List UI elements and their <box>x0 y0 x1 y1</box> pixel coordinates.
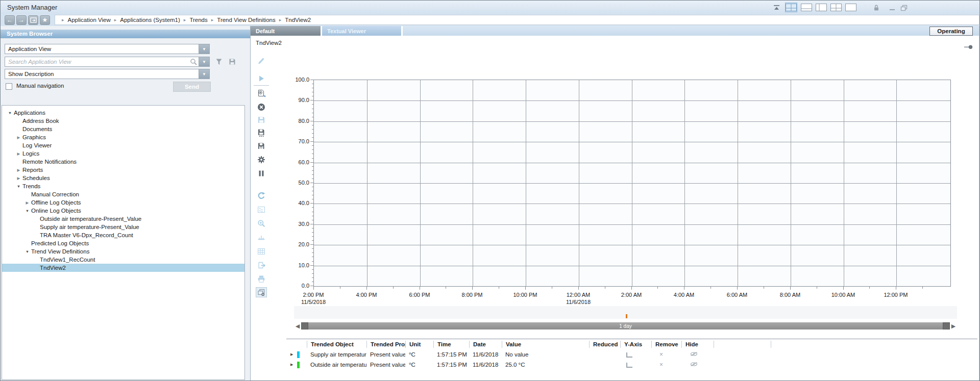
manual-navigation-checkbox[interactable] <box>6 83 12 90</box>
back-button[interactable]: ← <box>5 15 15 25</box>
save-icon[interactable] <box>228 58 236 68</box>
axis-scale-icon[interactable] <box>256 232 267 242</box>
hide-eye-icon[interactable] <box>690 352 698 358</box>
expand-icon[interactable]: ▶ <box>290 352 293 357</box>
play-icon[interactable] <box>256 73 267 84</box>
breadcrumb-item[interactable]: Trends <box>189 17 207 23</box>
add-log-icon[interactable] <box>256 88 267 98</box>
cancel-icon[interactable] <box>256 102 267 112</box>
chevron-down-icon[interactable]: ▼ <box>199 44 209 54</box>
row-expander[interactable]: ▶ <box>286 349 307 360</box>
tree-item[interactable]: Manual Correction <box>2 190 244 198</box>
column-header-trended-object[interactable]: Trended Object <box>307 341 366 348</box>
tree-collapse-icon[interactable]: ▼ <box>23 209 31 213</box>
print-icon[interactable] <box>256 274 267 284</box>
tree-item[interactable]: TndView2 <box>2 264 244 272</box>
forward-button[interactable]: → <box>16 15 27 25</box>
trend-chart-icon[interactable] <box>256 205 267 215</box>
copy-settings-icon[interactable] <box>256 287 267 297</box>
tree-item[interactable]: Log Viewer <box>2 141 244 149</box>
layout-quad-selected-icon[interactable] <box>785 3 797 12</box>
column-header-unit[interactable]: Unit <box>405 341 433 348</box>
pin-icon[interactable] <box>964 42 973 52</box>
tree-item[interactable]: Outside air temperature-Present_Value <box>2 215 244 223</box>
scroll-right-icon[interactable]: ▶ <box>950 323 957 329</box>
tree-collapse-icon[interactable]: ▼ <box>23 249 31 254</box>
tree-item[interactable]: ▼Online Log Objects <box>2 207 244 215</box>
remove-icon[interactable]: × <box>659 361 663 368</box>
tree-item[interactable]: Address Book <box>2 117 244 125</box>
tree-item[interactable]: TRA Master V6-Dpx_Record_Count <box>2 231 244 239</box>
pause-icon[interactable] <box>256 168 267 179</box>
y-axis-icon[interactable] <box>626 363 632 368</box>
tree-item[interactable]: ▼Applications <box>2 109 244 117</box>
chevron-down-icon[interactable]: ▼ <box>199 57 209 66</box>
column-header-hide[interactable]: Hide <box>681 341 714 348</box>
save-as-icon[interactable] <box>256 128 267 138</box>
recent-button[interactable] <box>28 15 38 25</box>
save-icon[interactable] <box>256 115 267 125</box>
chevron-down-icon[interactable]: ▼ <box>199 69 209 79</box>
tree-item[interactable]: TndView1_RecCount <box>2 256 244 264</box>
expand-icon[interactable]: ▶ <box>290 363 293 367</box>
search-input[interactable] <box>5 57 190 66</box>
breadcrumb-item[interactable]: Applications (System1) <box>120 17 180 23</box>
table-row[interactable]: ▶Outside air temperaturePresent value°C1… <box>286 360 977 370</box>
tab-default[interactable]: Default <box>251 26 321 36</box>
tab-textual-viewer[interactable]: Textual Viewer <box>322 26 401 36</box>
column-header-y-axis[interactable]: Y-Axis <box>620 341 651 348</box>
time-range-strip[interactable] <box>294 306 957 319</box>
tree-expand-icon[interactable]: ▶ <box>15 168 22 172</box>
column-header-reduced[interactable]: Reduced <box>589 341 620 348</box>
column-header-time[interactable]: Time <box>433 341 469 348</box>
refresh-icon[interactable] <box>256 191 267 201</box>
tree-item[interactable]: ▶Schedules <box>2 174 244 182</box>
view-selector[interactable]: Application View ▼ <box>5 44 210 54</box>
breadcrumb-item[interactable]: Trend View Definitions <box>217 17 275 23</box>
tree-collapse-icon[interactable]: ▼ <box>15 184 22 189</box>
layout-single-icon[interactable] <box>845 3 856 12</box>
column-header-trended-property[interactable]: Trended Property <box>366 341 405 348</box>
tree-expand-icon[interactable]: ▶ <box>15 135 22 140</box>
time-scrollbar-track[interactable]: 1 day <box>301 322 950 329</box>
save-as-default-icon[interactable]: D <box>256 141 267 151</box>
y-axis-cell[interactable] <box>620 361 651 369</box>
table-view-icon[interactable] <box>256 246 267 257</box>
pen-icon[interactable] <box>256 56 267 66</box>
operating-mode-button[interactable]: Operating <box>929 27 973 36</box>
remove-cell[interactable]: × <box>651 351 681 358</box>
tree-expand-icon[interactable]: ▶ <box>15 176 22 181</box>
hide-cell[interactable] <box>681 362 714 368</box>
tree-item[interactable]: Supply air temperature-Present_Value <box>2 223 244 231</box>
settings-icon[interactable] <box>256 155 267 165</box>
filter-icon[interactable] <box>215 58 223 68</box>
layout-quad-icon[interactable] <box>830 3 842 12</box>
tree-item[interactable]: ▶Offline Log Objects <box>2 198 244 207</box>
row-expander[interactable]: ▶ <box>286 360 307 370</box>
column-header-value[interactable]: Value <box>502 341 589 348</box>
breadcrumb-item[interactable]: TndView2 <box>285 17 311 23</box>
layout-bottom-split-icon[interactable] <box>801 3 812 12</box>
tree-item[interactable]: Predicted Log Objects <box>2 239 244 247</box>
tree-item[interactable]: Remote Notifications <box>2 158 244 166</box>
scroll-left-icon[interactable]: ◀ <box>294 323 301 329</box>
send-button[interactable]: Send <box>173 82 211 92</box>
tree-collapse-icon[interactable]: ▼ <box>6 111 14 115</box>
favorites-button[interactable]: ★ <box>40 15 50 25</box>
lock-icon[interactable] <box>872 3 881 12</box>
tree-expand-icon[interactable]: ▶ <box>15 151 22 156</box>
layout-left-split-icon[interactable] <box>816 3 827 12</box>
collapse-top-icon[interactable] <box>772 3 781 12</box>
zoom-icon[interactable] <box>256 218 267 228</box>
tree-item[interactable]: ▶Reports <box>2 166 244 174</box>
export-icon[interactable] <box>256 260 267 270</box>
remove-icon[interactable]: × <box>659 351 663 358</box>
hide-eye-icon[interactable] <box>690 362 698 368</box>
tree-item[interactable]: ▼Trends <box>2 182 244 190</box>
tree-expand-icon[interactable]: ▶ <box>23 200 31 205</box>
trend-chart[interactable] <box>313 80 951 287</box>
table-row[interactable]: ▶Supply air temperaturePresent value°C1:… <box>286 349 977 360</box>
y-axis-icon[interactable] <box>626 352 632 358</box>
restore-icon[interactable] <box>900 3 908 12</box>
breadcrumb-item[interactable]: Application View <box>68 17 111 23</box>
